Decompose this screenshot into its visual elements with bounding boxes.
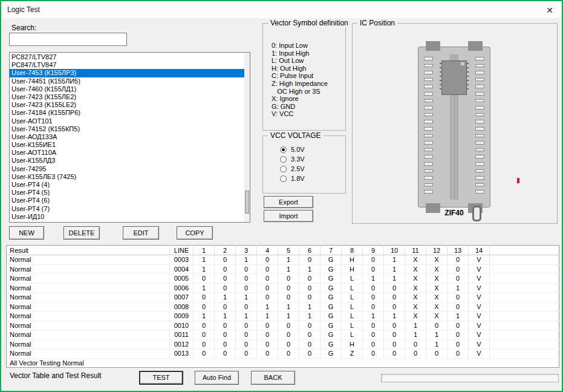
list-item[interactable]: User-7423 (К155ЛЕ2) (10, 93, 250, 101)
column-header[interactable]: 7 (321, 246, 342, 255)
vcc-radio-option[interactable]: 1.8V (280, 174, 305, 183)
column-header[interactable]: 12 (426, 246, 447, 255)
column-header[interactable]: LINE (170, 246, 194, 255)
ic-list[interactable]: PC827/LTV827PC847/LTV847User-7453 (К155Л… (9, 52, 250, 223)
close-icon[interactable]: ✕ (542, 4, 557, 16)
table-row[interactable]: Normal0003101010GH01XX0V (7, 255, 559, 265)
pin-cell: H (342, 255, 363, 265)
pin-cell: 0 (384, 330, 405, 340)
list-item[interactable]: User-РТ4 (4) (10, 181, 250, 189)
pin-slot (424, 57, 433, 60)
radio-button-icon[interactable] (280, 146, 287, 153)
column-header[interactable]: 10 (384, 246, 405, 255)
list-item[interactable]: User-74184 (К155ПР6) (10, 109, 250, 117)
pin-cell: 0 (236, 330, 257, 340)
table-row[interactable]: Normal0012000000GH00010V (7, 339, 559, 349)
pin-slot (424, 148, 433, 152)
table-row[interactable]: Normal0005000000GL11XX0V (7, 274, 559, 284)
pin-cell: 0 (236, 283, 257, 293)
delete-button[interactable]: DELETE (63, 226, 100, 240)
vcc-radio-option[interactable]: 2.5V (280, 164, 305, 174)
edit-button[interactable]: EDIT (123, 226, 159, 240)
table-row[interactable]: Normal0013000000GZ00000V (7, 349, 559, 359)
table-row[interactable]: Normal0011000000GL00110V (7, 330, 559, 340)
list-item[interactable]: User-74193 (К155ИЕ7) (10, 221, 250, 223)
list-item[interactable]: User-РТ4 (7) (10, 205, 250, 213)
copy-button[interactable]: COPY (177, 226, 213, 240)
test-button[interactable]: TEST (139, 371, 183, 385)
pin-cell: 1 (194, 255, 215, 265)
table-row[interactable]: Normal0010000000GL00100V (7, 321, 559, 330)
export-button[interactable]: Export (264, 196, 313, 208)
list-item[interactable]: User-К155ИЕ1 (10, 141, 250, 149)
list-item[interactable]: User-ИД10 (10, 213, 250, 221)
list-item[interactable]: PC847/LTV847 (10, 61, 250, 69)
list-item[interactable]: User-РТ4 (6) (10, 197, 250, 204)
radio-button-icon[interactable] (280, 156, 287, 163)
list-item[interactable]: User-РТ4 (5) (10, 189, 250, 197)
pin-cell: V (469, 349, 490, 359)
result-table[interactable]: ResultLINE1234567891011121314 Normal0003… (6, 245, 559, 368)
result-cell: Normal (7, 321, 170, 330)
column-header[interactable]: 14 (469, 246, 490, 255)
pin-slot (475, 120, 484, 123)
pin-cell: 1 (278, 302, 299, 312)
column-header[interactable]: Result (7, 246, 170, 255)
column-header[interactable]: 3 (236, 246, 257, 255)
result-cell: Normal (7, 255, 170, 265)
line-cell: 0009 (170, 312, 194, 321)
list-item[interactable]: User-74295 (10, 165, 250, 173)
filler-cell (490, 330, 559, 340)
column-header[interactable]: 11 (405, 246, 426, 255)
list-item[interactable]: User-АОТ101 (10, 117, 250, 125)
column-header[interactable]: 2 (215, 246, 236, 255)
list-item[interactable]: User-74152 (К155КП5) (10, 125, 250, 133)
pin-cell: 0 (257, 330, 278, 340)
auto-find-button[interactable]: Auto Find (195, 371, 239, 385)
list-item[interactable]: User-АОД133А (10, 133, 250, 141)
column-header[interactable]: 13 (447, 246, 469, 255)
vector-symbol-line: V: VCC (272, 110, 328, 118)
list-item[interactable]: User-К155ЛД3 (10, 157, 250, 165)
list-scrollbar[interactable] (244, 53, 250, 222)
pin-cell: 1 (257, 312, 278, 321)
table-row[interactable]: Normal0007011000GL00XX0V (7, 293, 559, 302)
column-header[interactable]: 4 (257, 246, 278, 255)
result-cell: Normal (7, 312, 170, 321)
socket-label: ZIF40 (418, 209, 490, 217)
vcc-radio-option[interactable]: 5.0V (280, 145, 305, 154)
pin-cell: L (342, 312, 363, 321)
vcc-radio-option[interactable]: 3.3V (280, 154, 305, 164)
column-header[interactable]: 5 (278, 246, 299, 255)
column-header[interactable]: 9 (363, 246, 384, 255)
new-button[interactable]: NEW (9, 226, 44, 240)
list-item[interactable]: User-АОТ110А (10, 149, 250, 157)
socket-pin-column-left (424, 57, 433, 194)
scrollbar-thumb[interactable] (245, 191, 249, 214)
import-button[interactable]: Import (264, 210, 313, 222)
list-item[interactable]: User-7423 (K155LE2) (10, 101, 250, 109)
pin-cell: 0 (215, 339, 236, 349)
table-row[interactable]: Normal0009111111GL11XX1V (7, 312, 559, 321)
column-header[interactable]: 1 (194, 246, 215, 255)
socket-tab (468, 41, 483, 51)
radio-button-icon[interactable] (280, 166, 287, 172)
list-item[interactable]: User-74451 (К155ЛИ5) (10, 77, 250, 85)
column-header[interactable]: 8 (342, 246, 363, 255)
list-item[interactable]: PC827/LTV827 (10, 53, 250, 61)
red-marker (517, 178, 519, 183)
pin-cell: 0 (257, 283, 278, 293)
search-input[interactable] (9, 33, 127, 46)
table-row[interactable]: Normal0008000111GL00XX0V (7, 302, 559, 312)
back-button[interactable]: BACK (251, 371, 295, 385)
table-row[interactable]: Normal0006100000GL00XX1V (7, 283, 559, 293)
list-item[interactable]: User-7453 (К155ЛР3) (10, 69, 250, 77)
list-item[interactable]: User-К155ЛЕ3 (7425) (10, 173, 250, 181)
table-row[interactable]: Normal0004100011GH01XX0V (7, 264, 559, 274)
list-item[interactable]: User-7460 (К155ЛД1) (10, 85, 250, 93)
radio-button-icon[interactable] (280, 175, 287, 182)
pin-cell: 1 (299, 312, 321, 321)
line-cell: 0006 (170, 283, 194, 293)
chip-notch (461, 62, 464, 65)
column-header[interactable]: 6 (299, 246, 321, 255)
